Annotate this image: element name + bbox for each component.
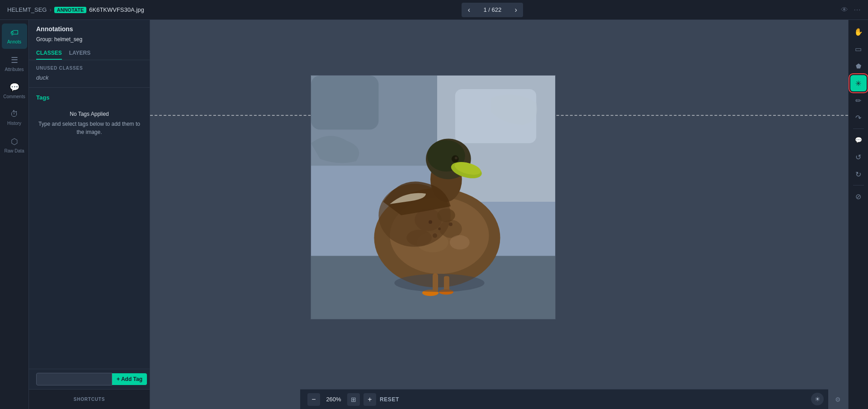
image-canvas [311, 75, 556, 319]
topbar-right: 👁 ⋯ [841, 5, 861, 14]
bottom-info-button[interactable]: ☀ [811, 393, 824, 405]
prev-image-button[interactable]: ‹ [462, 3, 476, 17]
zoom-out-icon: − [311, 395, 316, 404]
attributes-label: Attributes [5, 67, 24, 72]
topbar-center: ‹ 1 / 622 › [462, 3, 523, 17]
sidebar-item-annots[interactable]: 🏷 Annots [2, 24, 27, 49]
annotations-panel: Annotations Group: helmet_seg CLASSES LA… [29, 20, 150, 409]
info-icon: ☀ [815, 395, 821, 403]
svg-point-13 [450, 235, 470, 250]
sidebar-item-history[interactable]: ⏱ History [2, 105, 27, 130]
sidebar-item-rawdata[interactable]: ⬡ Raw Data [2, 132, 27, 157]
history-icon: ⏱ [10, 109, 19, 119]
undo-icon: ↺ [855, 153, 861, 162]
brush-tool-icon: ✏ [855, 96, 861, 105]
tab-classes[interactable]: CLASSES [36, 47, 62, 60]
group-value: helmet_seg [54, 36, 82, 43]
unused-classes-label: UNUSED CLASSES [36, 66, 142, 71]
no-tags-body: Type and select tags below to add them t… [38, 121, 140, 135]
no-tags-message: No Tags Applied Type and select tags bel… [36, 110, 142, 136]
annots-icon: 🏷 [10, 28, 19, 38]
class-item-duck: duck [36, 73, 142, 82]
redo-button[interactable]: ↻ [850, 166, 867, 182]
svg-point-23 [438, 228, 441, 230]
panel-tabs: CLASSES LAYERS [29, 47, 150, 60]
visibility-icon[interactable]: 👁 [841, 6, 848, 14]
polygon-tool-button[interactable]: ⬟ [850, 58, 867, 74]
select-tool-icon: ▭ [855, 45, 862, 53]
no-tags-heading: No Tags Applied [36, 110, 142, 118]
toolbar-divider-2 [853, 185, 864, 185]
comments-label: Comments [3, 94, 25, 99]
svg-point-19 [455, 157, 458, 159]
undo-button[interactable]: ↺ [850, 149, 867, 165]
left-nav: 🏷 Annots ☰ Attributes 💬 Comments ⏱ Histo… [0, 20, 29, 409]
annots-label: Annots [7, 39, 21, 44]
fit-icon-symbol: ⊞ [351, 396, 356, 403]
breadcrumb: HELEMT_SEG › ANNOTATE 6K6TKWVFS30A.jpg [7, 6, 144, 13]
tags-title: Tags [36, 94, 142, 101]
pan-tool-icon: ✋ [854, 28, 863, 36]
sidebar-item-comments[interactable]: 💬 Comments [2, 78, 27, 103]
smart-seg-tool-icon: ✳ [855, 79, 861, 88]
canvas-area[interactable]: − 260% ⊞ + RESET ⚙ ☀ [150, 20, 848, 409]
shortcuts-label: SHORTCUTS [74, 397, 105, 402]
erase-tool-button[interactable]: ⊘ [850, 188, 867, 204]
sidebar-item-attributes[interactable]: ☰ Attributes [2, 51, 27, 76]
add-tag-button[interactable]: + Add Tag [112, 373, 147, 385]
right-toolbar: ✋ ▭ ⬟ ✳ ✏ ↷ 💬 ↺ ↻ ⊘ [848, 20, 868, 409]
tag-input-row: + Add Tag [29, 369, 150, 389]
svg-point-25 [449, 223, 453, 226]
topbar: HELEMT_SEG › ANNOTATE 6K6TKWVFS30A.jpg ‹… [0, 0, 868, 20]
settings-icon[interactable]: ⚙ [832, 394, 844, 405]
rawdata-label: Raw Data [5, 148, 24, 153]
settings-symbol: ⚙ [835, 396, 841, 403]
topbar-left: HELEMT_SEG › ANNOTATE 6K6TKWVFS30A.jpg [7, 6, 144, 13]
comments-icon: 💬 [9, 82, 19, 92]
svg-rect-2 [311, 76, 378, 130]
redo-tool-icon: ↷ [855, 114, 861, 122]
tag-input[interactable] [36, 373, 112, 385]
rawdata-icon: ⬡ [11, 137, 18, 147]
brush-tool-button[interactable]: ✏ [850, 92, 867, 109]
redo-icon: ↻ [855, 170, 861, 179]
erase-tool-icon: ⊘ [855, 192, 861, 201]
zoom-level-display: 260% [324, 396, 344, 403]
group-label: Group: helmet_seg [36, 36, 142, 43]
zoom-in-icon: + [368, 395, 372, 404]
zoom-out-button[interactable]: − [307, 393, 320, 406]
fit-view-button[interactable]: ⊞ [347, 393, 360, 406]
annotations-section: Annotations Group: helmet_seg CLASSES LA… [29, 20, 150, 88]
zoom-in-button[interactable]: + [363, 393, 376, 406]
reset-button[interactable]: RESET [380, 396, 399, 403]
main-layout: 🏷 Annots ☰ Attributes 💬 Comments ⏱ Histo… [0, 20, 868, 409]
filename-label: 6K6TKWVFS30A.jpg [89, 6, 144, 13]
tags-section: Tags No Tags Applied Type and select tag… [29, 88, 150, 369]
bottom-bar: − 260% ⊞ + RESET [300, 389, 828, 409]
page-indicator: 1 / 622 [476, 3, 509, 17]
annotate-badge: ANNOTATE [54, 7, 86, 13]
history-label: History [7, 121, 21, 126]
breadcrumb-separator: › [49, 6, 51, 13]
polygon-tool-icon: ⬟ [856, 62, 861, 70]
speech-tool-icon: 💬 [855, 137, 862, 143]
shortcuts-bar[interactable]: SHORTCUTS [29, 389, 150, 409]
speech-tool-button[interactable]: 💬 [850, 132, 867, 148]
tab-layers[interactable]: LAYERS [69, 47, 91, 60]
group-key: Group: [36, 36, 54, 43]
pan-tool-button[interactable]: ✋ [850, 24, 867, 40]
svg-point-22 [429, 220, 432, 224]
svg-point-30 [394, 274, 484, 292]
breadcrumb-project[interactable]: HELEMT_SEG [7, 6, 47, 13]
more-options-icon[interactable]: ⋯ [854, 5, 861, 14]
next-image-button[interactable]: › [509, 3, 523, 17]
annotations-title: Annotations [36, 25, 142, 33]
smart-seg-tool-button[interactable]: ✳ [850, 75, 867, 91]
attributes-icon: ☰ [11, 55, 18, 65]
select-tool-button[interactable]: ▭ [850, 41, 867, 57]
redo-tool-button[interactable]: ↷ [850, 109, 867, 126]
toolbar-divider-1 [853, 128, 864, 129]
svg-point-24 [433, 233, 437, 238]
